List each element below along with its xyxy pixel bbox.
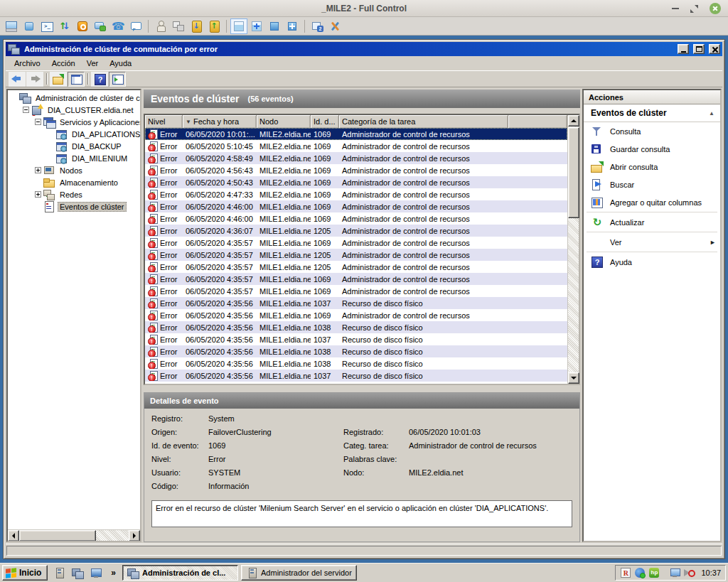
export-button[interactable]: [50, 72, 67, 87]
monitors-button[interactable]: [309, 18, 326, 34]
table-row[interactable]: Error06/05/2020 4:56:43MILE2.eldia.net10…: [145, 164, 567, 176]
help-button[interactable]: [91, 72, 108, 87]
table-row[interactable]: Error06/05/2020 4:35:56MILE1.eldia.net10…: [145, 333, 567, 345]
table-row[interactable]: Error06/05/2020 4:35:57MILE1.eldia.net10…: [145, 285, 567, 297]
table-row[interactable]: Error06/05/2020 4:35:56MILE1.eldia.net10…: [145, 309, 567, 321]
tree-item-servicios-y-aplicaciones[interactable]: Servicios y Aplicaciones: [9, 116, 140, 128]
table-row[interactable]: Error06/05/2020 4:35:56MILE1.eldia.net10…: [145, 370, 567, 382]
tree-item-dia-backup[interactable]: DIA_BACKUP: [9, 140, 140, 152]
table-row[interactable]: Error06/05/2020 4:46:00MILE1.eldia.net10…: [145, 200, 567, 212]
column-header-categor-a-de-la-tarea[interactable]: Categoría de la tarea: [339, 115, 508, 128]
action-pane-button[interactable]: [109, 72, 126, 87]
mmc-maximize-button[interactable]: [693, 44, 705, 54]
menu-ayuda[interactable]: Ayuda: [104, 57, 137, 70]
quick-launch-overflow-chevron[interactable]: »: [111, 568, 116, 578]
mmc-close-button[interactable]: [709, 44, 720, 54]
show-tree-button[interactable]: [68, 72, 85, 87]
table-row[interactable]: Error06/05/2020 4:35:56MILE1.eldia.net10…: [145, 357, 567, 370]
settings-tools-button[interactable]: [326, 18, 343, 34]
column-header-fecha-y-hora[interactable]: ▼Fecha y hora: [183, 115, 257, 128]
tree-item-redes[interactable]: Redes: [9, 188, 140, 200]
tree-item-almacenamiento[interactable]: Almacenamiento: [9, 176, 140, 188]
forward-button[interactable]: [26, 72, 43, 87]
cluster-manager-button[interactable]: [69, 565, 86, 581]
table-row[interactable]: Error06/05/2020 4:46:00MILE1.eldia.net10…: [145, 212, 567, 225]
column-header-nivel[interactable]: Nivel: [145, 115, 183, 128]
start-button[interactable]: Inicio: [2, 565, 48, 581]
view-fit-button[interactable]: [248, 18, 265, 34]
table-row[interactable]: Error06/05/2020 4:35:56MILE1.eldia.net10…: [145, 321, 567, 333]
action-item-abrir-consulta[interactable]: Abrir consulta: [584, 158, 720, 176]
expand-icon[interactable]: [35, 191, 41, 198]
scrollbar-thumb[interactable]: [19, 530, 96, 541]
ctrl-alt-del-button[interactable]: [74, 18, 91, 34]
connections-button[interactable]: [170, 18, 187, 34]
column-header-nodo[interactable]: Nodo: [257, 115, 311, 128]
chat-button[interactable]: [92, 18, 109, 34]
file-transfer-button[interactable]: [56, 18, 73, 34]
table-row[interactable]: Error06/05/2020 5:10:45MILE2.eldia.net10…: [145, 140, 567, 152]
action-item-consulta[interactable]: Consulta: [584, 122, 720, 140]
user-access-button[interactable]: [152, 18, 169, 34]
view-scaled-button[interactable]: [284, 18, 301, 34]
column-header-id-d[interactable]: Id. d...: [311, 115, 339, 128]
hp-agent-icon[interactable]: [648, 567, 660, 578]
scrollbar-thumb[interactable]: [568, 127, 579, 218]
server-manager-button[interactable]: [50, 565, 68, 581]
tree-item-dia-cluster-eldia-net[interactable]: DIA_CLUSTER.eldia.net: [9, 104, 140, 116]
table-row[interactable]: Error06/05/2020 4:35:57MILE1.eldia.net10…: [145, 237, 567, 249]
collapse-icon[interactable]: [35, 119, 41, 125]
collapse-icon[interactable]: [23, 107, 29, 113]
tree-item-nodos[interactable]: Nodos: [9, 164, 140, 176]
message-button[interactable]: [127, 18, 144, 34]
menu-ver[interactable]: Ver: [81, 57, 105, 70]
mmc-titlebar[interactable]: Administración de clúster de conmutación…: [6, 42, 722, 56]
remote-display-icon[interactable]: [670, 567, 681, 578]
tree-item-dia-milenium[interactable]: DIA_MILENIUM: [9, 152, 140, 164]
table-row[interactable]: Error06/05/2020 10:01:...MILE2.eldia.net…: [145, 128, 567, 140]
minimize-icon[interactable]: [672, 8, 679, 9]
tree-item-eventos-de-cl-ster[interactable]: Eventos de clúster: [9, 200, 140, 212]
clipboard-send-button[interactable]: [205, 18, 223, 34]
terminal-button[interactable]: [38, 18, 55, 34]
table-row[interactable]: Error06/05/2020 4:36:07MILE1.eldia.net12…: [145, 225, 567, 237]
collapse-icon[interactable]: ▲: [709, 110, 714, 117]
view-fullscreen-button[interactable]: [266, 18, 283, 34]
scroll-left-button[interactable]: [8, 530, 19, 541]
events-vertical-scrollbar[interactable]: [567, 115, 579, 384]
task-button-administraci-n-de-cl[interactable]: Administración de cl...: [122, 565, 238, 581]
table-row[interactable]: Error06/05/2020 4:58:49MILE2.eldia.net10…: [145, 152, 567, 164]
tree-horizontal-scrollbar[interactable]: [8, 529, 140, 541]
back-button[interactable]: [9, 72, 26, 87]
column-header-spacer[interactable]: [508, 115, 567, 128]
action-item-guardar-consulta[interactable]: Guardar consulta: [584, 140, 720, 158]
table-row[interactable]: Error06/05/2020 4:35:57MILE1.eldia.net12…: [145, 261, 567, 273]
screen-settings-button[interactable]: [3, 18, 20, 34]
table-row[interactable]: Error06/05/2020 4:50:43MILE2.eldia.net10…: [145, 176, 567, 188]
scroll-down-button[interactable]: [568, 372, 579, 384]
close-icon[interactable]: [710, 3, 721, 14]
actions-section-header[interactable]: Eventos de clúster ▲: [584, 104, 720, 122]
volume-muted-icon[interactable]: [684, 567, 695, 578]
menu-archivo[interactable]: Archivo: [9, 57, 46, 70]
action-item-buscar[interactable]: Buscar: [584, 176, 720, 193]
restore-icon[interactable]: [690, 5, 698, 13]
vnc-server-icon[interactable]: [620, 567, 631, 578]
network-monitor-icon[interactable]: [634, 567, 646, 578]
tree-item-dia-aplications[interactable]: DIA_APLICATIONS: [9, 128, 140, 140]
scroll-right-button[interactable]: [129, 530, 140, 541]
action-item-agregar-o-quitar-columnas[interactable]: Agregar o quitar columnas: [584, 193, 720, 211]
action-item-ver[interactable]: Ver►: [584, 233, 720, 251]
show-desktop-button[interactable]: [87, 565, 105, 581]
action-item-ayuda[interactable]: Ayuda: [584, 253, 720, 271]
table-row[interactable]: Error06/05/2020 4:47:33MILE2.eldia.net10…: [145, 188, 567, 200]
task-button-administrador-del-servidor[interactable]: Administrador del servidor: [241, 565, 357, 581]
table-row[interactable]: Error06/05/2020 4:35:57MILE1.eldia.net10…: [145, 273, 567, 285]
table-row[interactable]: Error06/05/2020 4:35:56MILE1.eldia.net10…: [145, 345, 567, 357]
view-normal-button[interactable]: [230, 18, 247, 34]
scroll-up-button[interactable]: [568, 115, 579, 126]
expand-icon[interactable]: [35, 167, 41, 173]
call-button[interactable]: [109, 18, 127, 34]
table-row[interactable]: Error06/05/2020 4:35:56MILE1.eldia.net10…: [145, 297, 567, 309]
tree-item-administraci-n-de-cl-ster-de-conmu[interactable]: Administración de clúster de conmu: [9, 92, 140, 104]
